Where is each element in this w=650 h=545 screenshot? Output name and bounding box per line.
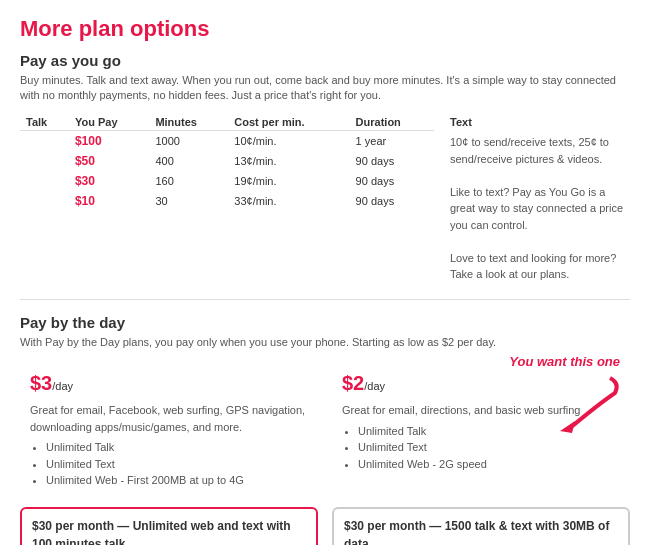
cell-youpay: $50: [69, 151, 149, 171]
col-duration: Duration: [350, 114, 434, 131]
annotation-container: You want this one: [509, 354, 620, 433]
plan-3day-bullets: Unlimited Talk Unlimited Text Unlimited …: [30, 439, 308, 489]
cell-talk: [20, 151, 69, 171]
cell-duration: 90 days: [350, 151, 434, 171]
paybyday-desc: With Pay by the Day plans, you pay only …: [20, 335, 630, 350]
bottom-plan-2[interactable]: $30 per month — 1500 talk & text with 30…: [332, 507, 630, 545]
cell-youpay: $10: [69, 191, 149, 211]
plan-3day-desc: Great for email, Facebook, web surfing, …: [30, 402, 308, 435]
text-header: Text: [450, 114, 630, 131]
cell-talk: [20, 171, 69, 191]
plan-3day-price: $3: [30, 372, 52, 394]
table-row: $103033¢/min.90 days: [20, 191, 434, 211]
page-container: More plan options Pay as you go Buy minu…: [0, 0, 650, 545]
page-title: More plan options: [20, 16, 630, 42]
text-section: Text 10¢ to send/receive texts, 25¢ to s…: [450, 114, 630, 283]
cell-talk: [20, 191, 69, 211]
bottom-plan-highlighted[interactable]: $30 per month — Unlimited web and text w…: [20, 507, 318, 545]
plan-3day-bullet-2: Unlimited Text: [46, 456, 308, 473]
cell-minutes: 30: [149, 191, 228, 211]
payasyougo-content: Talk You Pay Minutes Cost per min. Durat…: [20, 114, 630, 283]
payasyougo-table: Talk You Pay Minutes Cost per min. Durat…: [20, 114, 434, 211]
divider-1: [20, 299, 630, 300]
bottom-plan-2-title: $30 per month — 1500 talk & text with 30…: [344, 517, 618, 545]
cell-minutes: 160: [149, 171, 228, 191]
payasyougo-title: Pay as you go: [20, 52, 630, 69]
paybyday-title: Pay by the day: [20, 314, 630, 331]
text-line3: Love to text and looking for more? Take …: [450, 250, 630, 283]
bottom-plans: $30 per month — Unlimited web and text w…: [20, 507, 630, 545]
cell-minutes: 1000: [149, 130, 228, 151]
cell-duration: 1 year: [350, 130, 434, 151]
col-youpay: You Pay: [69, 114, 149, 131]
cell-cost: 10¢/min.: [228, 130, 349, 151]
payasyougo-desc: Buy minutes. Talk and text away. When yo…: [20, 73, 630, 104]
col-talk: Talk: [20, 114, 69, 131]
col-cost: Cost per min.: [228, 114, 349, 131]
cell-minutes: 400: [149, 151, 228, 171]
text-line2: Like to text? Pay as You Go is a great w…: [450, 184, 630, 234]
cell-cost: 33¢/min.: [228, 191, 349, 211]
cell-youpay: $100: [69, 130, 149, 151]
annotation-arrow-icon: [540, 373, 620, 433]
cell-talk: [20, 130, 69, 151]
text-line1: 10¢ to send/receive texts, 25¢ to send/r…: [450, 134, 630, 167]
cell-youpay: $30: [69, 171, 149, 191]
cell-cost: 13¢/min.: [228, 151, 349, 171]
paybyday-section: Pay by the day With Pay by the Day plans…: [20, 314, 630, 545]
table-row: $100100010¢/min.1 year: [20, 130, 434, 151]
plan-2day-bullet-3: Unlimited Web - 2G speed: [358, 456, 620, 473]
cell-cost: 19¢/min.: [228, 171, 349, 191]
cell-duration: 90 days: [350, 191, 434, 211]
annotation-text: You want this one: [509, 354, 620, 369]
plan-3day-bullet-1: Unlimited Talk: [46, 439, 308, 456]
table-row: $5040013¢/min.90 days: [20, 151, 434, 171]
col-minutes: Minutes: [149, 114, 228, 131]
plan-2day-unit: /day: [364, 380, 385, 392]
plan-2day-price: $2: [342, 372, 364, 394]
bottom-plan-1-title: $30 per month — Unlimited web and text w…: [32, 517, 306, 545]
svg-marker-0: [560, 421, 575, 433]
payasyougo-table-container: Talk You Pay Minutes Cost per min. Durat…: [20, 114, 434, 283]
table-row: $3016019¢/min.90 days: [20, 171, 434, 191]
plan-card-3day: $3/day Great for email, Facebook, web su…: [20, 360, 318, 497]
payasyougo-section: Pay as you go Buy minutes. Talk and text…: [20, 52, 630, 283]
plan-3day-unit: /day: [52, 380, 73, 392]
plan-3day-bullet-3: Unlimited Web - First 200MB at up to 4G: [46, 472, 308, 489]
plan-2day-bullet-2: Unlimited Text: [358, 439, 620, 456]
cell-duration: 90 days: [350, 171, 434, 191]
